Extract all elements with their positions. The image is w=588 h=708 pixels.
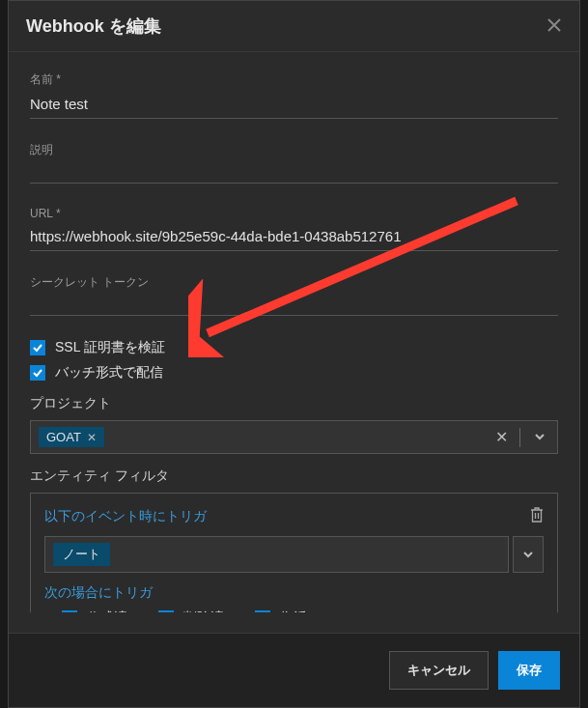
dialog-footer: キャンセル 保存 <box>9 633 579 707</box>
project-input[interactable]: GOAT ✕ ✕ <box>30 420 558 454</box>
deleted-checkbox[interactable] <box>158 610 174 612</box>
entity-tag: ノート <box>53 543 110 566</box>
chevron-down-icon <box>534 431 546 442</box>
deleted-row: 削除済み <box>158 609 238 612</box>
created-checkbox[interactable] <box>62 610 77 612</box>
project-clear-button[interactable]: ✕ <box>490 428 514 446</box>
project-tag-label: GOAT <box>46 430 81 444</box>
batch-delivery-label: バッチ形式で配信 <box>55 364 163 382</box>
created-label: 作成済み <box>87 609 141 612</box>
chevron-down-icon <box>522 549 534 560</box>
project-section-label: プロジェクト <box>30 395 558 412</box>
revive-row: 復活 <box>255 609 307 612</box>
batch-delivery-row: バッチ形式で配信 <box>30 364 558 382</box>
ssl-verify-label: SSL 証明書を検証 <box>55 339 165 356</box>
close-button[interactable] <box>546 15 562 37</box>
webhook-edit-dialog: Webhook を編集 名前 * 説明 URL * シークレット トークン SS… <box>8 0 580 708</box>
description-label: 説明 <box>30 142 558 158</box>
check-icon <box>32 342 43 354</box>
ssl-verify-row: SSL 証明書を検証 <box>30 339 558 356</box>
description-input[interactable] <box>30 162 558 184</box>
save-button[interactable]: 保存 <box>498 651 560 690</box>
deleted-label: 削除済み <box>183 609 238 612</box>
name-label: 名前 * <box>30 71 558 88</box>
url-field-group: URL * <box>30 207 558 251</box>
entity-filter-box: 以下のイベント時にトリガ ノート 次の場合にトリガ <box>30 493 558 612</box>
delete-filter-button[interactable] <box>530 507 544 526</box>
secret-token-field-group: シークレット トークン <box>30 274 558 316</box>
project-tag: GOAT ✕ <box>39 427 104 447</box>
cancel-button[interactable]: キャンセル <box>389 651 489 690</box>
entity-select-row: ノート <box>44 536 544 573</box>
dialog-body: 名前 * 説明 URL * シークレット トークン SSL 証明書を検証 バッチ… <box>9 52 579 612</box>
secret-token-input[interactable] <box>30 295 558 316</box>
trash-icon <box>530 507 544 523</box>
close-icon <box>546 17 562 33</box>
entity-select[interactable]: ノート <box>44 536 509 573</box>
batch-delivery-checkbox[interactable] <box>30 365 45 381</box>
ssl-verify-checkbox[interactable] <box>30 340 45 355</box>
project-dropdown-button[interactable] <box>526 429 549 446</box>
revive-label: 復活 <box>280 609 307 612</box>
dialog-title: Webhook を編集 <box>26 14 161 38</box>
revive-checkbox[interactable] <box>255 610 270 612</box>
trigger-when-label: 次の場合にトリガ <box>44 584 544 602</box>
created-row: 作成済み <box>62 609 141 612</box>
entity-dropdown-button[interactable] <box>513 536 544 573</box>
url-label: URL * <box>30 207 558 220</box>
url-input[interactable] <box>30 224 558 251</box>
name-field-group: 名前 * <box>30 71 558 119</box>
check-icon <box>32 367 43 379</box>
secret-token-label: シークレット トークン <box>30 274 558 291</box>
trigger-checks-row: 作成済み 削除済み 復活 <box>44 609 544 612</box>
name-input[interactable] <box>30 92 558 119</box>
entity-filter-label: エンティティ フィルタ <box>30 467 558 485</box>
project-tag-remove[interactable]: ✕ <box>87 431 97 444</box>
dialog-header: Webhook を編集 <box>9 1 579 52</box>
description-field-group: 説明 <box>30 142 558 184</box>
filter-header: 以下のイベント時にトリガ <box>44 507 544 526</box>
trigger-events-label: 以下のイベント時にトリガ <box>44 508 207 525</box>
